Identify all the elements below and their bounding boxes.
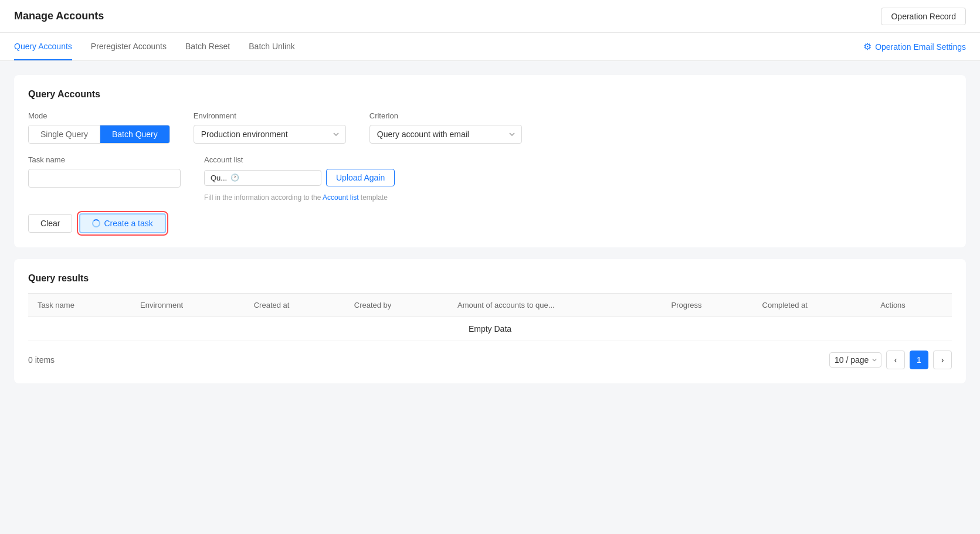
account-list-label: Account list [204,155,395,164]
single-query-button[interactable]: Single Query [29,125,100,143]
pagination-controls: 10 / page 20 / page 50 / page ‹ 1 › [829,351,952,369]
items-count: 0 items [28,355,55,365]
query-results-section: Query results Task nameEnvironmentCreate… [14,259,966,383]
column-header: Progress [662,294,752,317]
create-task-label: Create a task [104,219,152,228]
nav-tabs: Query AccountsPreregister AccountsBatch … [14,33,295,60]
query-results-title: Query results [28,273,952,284]
pagination-row: 0 items 10 / page 20 / page 50 / page ‹ … [28,341,952,369]
criterion-group: Criterion Query account with email Query… [369,111,522,144]
results-table-header-row: Task nameEnvironmentCreated atCreated by… [28,294,952,317]
nav-bar: Query AccountsPreregister AccountsBatch … [0,33,980,61]
column-header: Created at [245,294,345,317]
results-table-body: Empty Data [28,317,952,341]
mode-toggle: Single Query Batch Query [28,125,170,144]
form-row-1: Mode Single Query Batch Query Environmen… [28,111,952,144]
environment-select[interactable]: Production environment Staging environme… [194,125,346,144]
page-size-select[interactable]: 10 / page 20 / page 50 / page [829,352,881,368]
file-name: Qu... [211,174,227,182]
account-list-hint: Fill in the information according to the… [204,193,395,202]
mode-group: Mode Single Query Batch Query [28,111,170,144]
gear-icon: ⚙ [863,41,872,52]
column-header: Task name [28,294,131,317]
account-list-row: Qu... 🕐 Upload Again [204,169,395,186]
next-page-button[interactable]: › [933,351,952,369]
main-content: Query Accounts Mode Single Query Batch Q… [0,61,980,397]
results-table-header: Task nameEnvironmentCreated atCreated by… [28,294,952,317]
task-name-group: Task name [28,155,181,188]
upload-again-button[interactable]: Upload Again [326,169,395,186]
nav-tab-query-accounts[interactable]: Query Accounts [14,33,72,60]
form-row-2: Task name Account list Qu... 🕐 Upload Ag… [28,155,952,202]
criterion-label: Criterion [369,111,522,120]
mode-label: Mode [28,111,170,120]
column-header: Amount of accounts to que... [448,294,662,317]
results-table: Task nameEnvironmentCreated atCreated by… [28,293,952,341]
account-list-group: Account list Qu... 🕐 Upload Again Fill i… [204,155,395,202]
nav-tab-batch-reset[interactable]: Batch Reset [185,33,230,60]
column-header: Environment [131,294,245,317]
clear-button[interactable]: Clear [28,214,72,233]
column-header: Completed at [753,294,872,317]
clock-icon: 🕐 [230,174,239,182]
batch-query-button[interactable]: Batch Query [100,125,169,143]
task-name-input[interactable] [28,169,181,188]
environment-label: Environment [194,111,346,120]
create-task-button[interactable]: Create a task [79,213,165,233]
top-bar: Manage Accounts Operation Record [0,0,980,33]
prev-page-button[interactable]: ‹ [886,351,905,369]
page-1-button[interactable]: 1 [910,351,928,369]
task-name-label: Task name [28,155,181,164]
file-display: Qu... 🕐 [204,170,321,186]
query-accounts-form-title: Query Accounts [28,89,952,100]
action-row: Clear Create a task [28,213,952,233]
operation-record-button[interactable]: Operation Record [881,8,966,25]
spinner-icon [92,219,100,227]
empty-data-cell: Empty Data [28,317,952,341]
app-title: Manage Accounts [14,10,104,22]
environment-group: Environment Production environment Stagi… [194,111,346,144]
criterion-select[interactable]: Query account with email Query account w… [369,125,522,144]
column-header: Actions [871,294,952,317]
operation-email-settings-link[interactable]: ⚙ Operation Email Settings [863,41,966,52]
nav-tab-preregister-accounts[interactable]: Preregister Accounts [91,33,167,60]
account-list-template-link[interactable]: Account list [323,193,358,202]
nav-tab-batch-unlink[interactable]: Batch Unlink [249,33,295,60]
empty-data-row: Empty Data [28,317,952,341]
operation-email-settings-label: Operation Email Settings [875,42,966,52]
column-header: Created by [345,294,448,317]
query-accounts-form-card: Query Accounts Mode Single Query Batch Q… [14,75,966,247]
